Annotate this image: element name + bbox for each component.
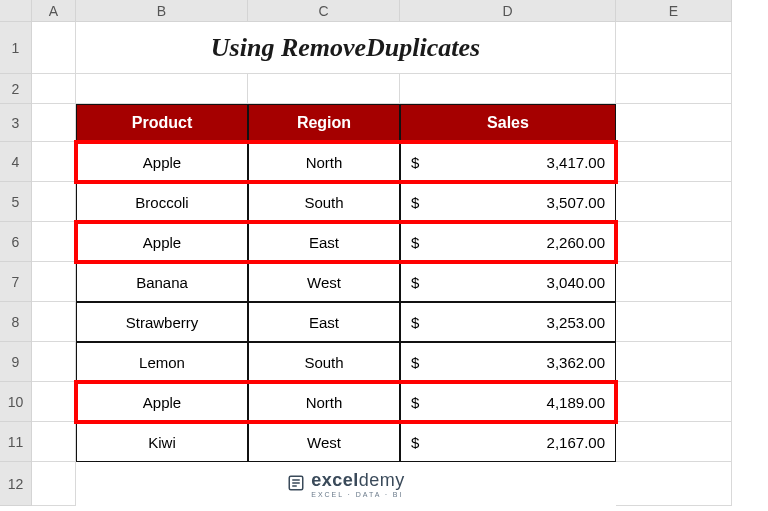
cell-blank[interactable]	[616, 222, 732, 262]
header-sales: Sales	[400, 104, 616, 142]
spreadsheet-grid: Using RemoveDuplicates Product Region Sa…	[0, 0, 768, 511]
cell-region[interactable]: East	[248, 222, 400, 262]
row-header-3[interactable]: 3	[0, 104, 32, 142]
cell-product[interactable]: Broccoli	[76, 182, 248, 222]
row-header-1[interactable]: 1	[0, 22, 32, 74]
cell-product[interactable]: Apple	[76, 142, 248, 182]
cell-region[interactable]: North	[248, 142, 400, 182]
cell-blank[interactable]	[616, 462, 732, 506]
row-header-6[interactable]: 6	[0, 222, 32, 262]
row-header-12[interactable]: 12	[0, 462, 32, 506]
col-header-B[interactable]: B	[76, 0, 248, 22]
cell-blank[interactable]	[76, 74, 248, 104]
row-header-8[interactable]: 8	[0, 302, 32, 342]
cell-product[interactable]: Strawberry	[76, 302, 248, 342]
cell-blank[interactable]	[32, 22, 76, 74]
header-product: Product	[76, 104, 248, 142]
cell-blank[interactable]	[32, 142, 76, 182]
cell-blank[interactable]	[32, 262, 76, 302]
cell-region[interactable]: West	[248, 262, 400, 302]
cell-sales[interactable]: $3,362.00	[400, 342, 616, 382]
brand-text: exceldemy	[311, 470, 405, 490]
col-header-D[interactable]: D	[400, 0, 616, 22]
brand-footer: exceldemy EXCEL · DATA · BI	[76, 462, 616, 506]
row-header-9[interactable]: 9	[0, 342, 32, 382]
cell-blank[interactable]	[616, 74, 732, 104]
cell-sales[interactable]: $4,189.00	[400, 382, 616, 422]
brand-icon	[287, 474, 305, 495]
row-header-5[interactable]: 5	[0, 182, 32, 222]
cell-blank[interactable]	[616, 342, 732, 382]
header-region: Region	[248, 104, 400, 142]
cell-product[interactable]: Apple	[76, 222, 248, 262]
cell-blank[interactable]	[32, 462, 76, 506]
cell-product[interactable]: Lemon	[76, 342, 248, 382]
col-header-E[interactable]: E	[616, 0, 732, 22]
cell-region[interactable]: South	[248, 342, 400, 382]
cell-sales[interactable]: $2,260.00	[400, 222, 616, 262]
cell-blank[interactable]	[32, 302, 76, 342]
cell-sales[interactable]: $2,167.00	[400, 422, 616, 462]
row-header-4[interactable]: 4	[0, 142, 32, 182]
cell-blank[interactable]	[32, 222, 76, 262]
row-header-2[interactable]: 2	[0, 74, 32, 104]
row-header-10[interactable]: 10	[0, 382, 32, 422]
cell-region[interactable]: North	[248, 382, 400, 422]
cell-sales[interactable]: $3,507.00	[400, 182, 616, 222]
col-header-C[interactable]: C	[248, 0, 400, 22]
cell-blank[interactable]	[32, 382, 76, 422]
cell-sales[interactable]: $3,253.00	[400, 302, 616, 342]
cell-product[interactable]: Apple	[76, 382, 248, 422]
cell-blank[interactable]	[32, 422, 76, 462]
cell-blank[interactable]	[32, 182, 76, 222]
cell-blank[interactable]	[616, 262, 732, 302]
cell-region[interactable]: South	[248, 182, 400, 222]
page-title: Using RemoveDuplicates	[76, 22, 616, 74]
select-all-corner[interactable]	[0, 0, 32, 22]
cell-blank[interactable]	[32, 74, 76, 104]
cell-blank[interactable]	[616, 382, 732, 422]
cell-product[interactable]: Banana	[76, 262, 248, 302]
cell-blank[interactable]	[616, 22, 732, 74]
cell-sales[interactable]: $3,040.00	[400, 262, 616, 302]
cell-blank[interactable]	[616, 422, 732, 462]
col-header-A[interactable]: A	[32, 0, 76, 22]
cell-region[interactable]: East	[248, 302, 400, 342]
cell-blank[interactable]	[616, 104, 732, 142]
cell-blank[interactable]	[616, 302, 732, 342]
row-header-7[interactable]: 7	[0, 262, 32, 302]
cell-blank[interactable]	[32, 342, 76, 382]
cell-blank[interactable]	[616, 182, 732, 222]
cell-blank[interactable]	[248, 74, 400, 104]
cell-blank[interactable]	[400, 74, 616, 104]
row-header-11[interactable]: 11	[0, 422, 32, 462]
cell-sales[interactable]: $3,417.00	[400, 142, 616, 182]
brand-tagline: EXCEL · DATA · BI	[311, 491, 405, 498]
cell-product[interactable]: Kiwi	[76, 422, 248, 462]
cell-region[interactable]: West	[248, 422, 400, 462]
cell-blank[interactable]	[616, 142, 732, 182]
cell-blank[interactable]	[32, 104, 76, 142]
